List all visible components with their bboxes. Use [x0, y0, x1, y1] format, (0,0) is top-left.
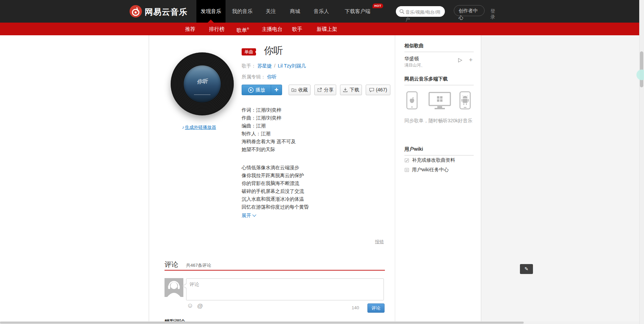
lyrics-line: 沉入水底和我逐渐冰冷的体温: [242, 195, 309, 203]
download-icon: [343, 87, 348, 92]
submit-comment-button[interactable]: 评论: [367, 303, 385, 313]
lyrics-line: 作词：江潮/刘奕梓: [242, 106, 296, 114]
wiki-item-label: 用户wiki任务中心: [412, 167, 449, 173]
music-note-icon: ♪: [182, 125, 184, 130]
artist-link-1[interactable]: 苏星婕: [257, 63, 272, 68]
nav-item-download-client[interactable]: 下载客户端: [345, 0, 370, 23]
main-sidebar-divider: [395, 35, 395, 324]
page-background-right: [481, 35, 639, 324]
comment-count-label: (467): [376, 85, 387, 95]
logo-note-glyph: [130, 5, 142, 17]
single-badge: 单曲: [242, 48, 256, 55]
favorite-label: 收藏: [298, 85, 308, 95]
lyrics-line: 她望不到的天际: [242, 146, 296, 153]
expand-lyrics-link[interactable]: 展开: [242, 213, 256, 219]
subnav-item-recommend[interactable]: 推荐: [185, 23, 195, 35]
outchain-player-label: 生成外链播放器: [185, 125, 216, 130]
album-link[interactable]: 你听: [267, 74, 277, 79]
mention-icon[interactable]: @: [197, 303, 203, 310]
search-placeholder: 音乐/视频/电台/用户: [405, 9, 444, 23]
wiki-item-edit-song-info[interactable]: 补充或修改歌曲资料: [404, 157, 455, 163]
hot-badge: HOT: [373, 3, 383, 8]
similar-song-play-icon[interactable]: [458, 58, 462, 64]
lyrics-line: 制作人：江潮: [242, 130, 296, 138]
comment-count-button[interactable]: (467): [366, 85, 390, 95]
artist-label: 歌手：: [242, 63, 256, 68]
lyrics-line: 像你我拉开距离脱离云的保护: [242, 172, 309, 179]
subnav-item-radio[interactable]: 主播电台: [262, 23, 282, 35]
subnav-item-playlist[interactable]: 歌单®: [236, 23, 249, 35]
subnav-item-artist[interactable]: 歌手: [292, 23, 302, 35]
pc-download-icon[interactable]: [428, 92, 451, 111]
download-button[interactable]: 下载: [340, 85, 362, 95]
comment-bubble-icon: [369, 87, 374, 92]
album-cover-caption-line: [194, 95, 210, 95]
nav-item-musician[interactable]: 音乐人: [314, 0, 329, 23]
netease-logo-icon[interactable]: [130, 5, 142, 17]
content-border-right: [481, 35, 481, 324]
play-circle-icon: [248, 87, 254, 93]
android-download-icon[interactable]: [459, 91, 471, 111]
lyrics-line: 你的背影在我脑海不断漂流: [242, 179, 309, 187]
album-row: 所属专辑： 你听: [242, 74, 277, 80]
album-label: 所属专辑：: [242, 74, 266, 79]
report-error-link[interactable]: 报错: [375, 239, 384, 245]
comments-header: 评论 共467条评论: [165, 260, 385, 271]
artist-separator: /: [274, 63, 276, 68]
lyrics-line: 海鸥眷念着大海 遥不可及: [242, 138, 296, 146]
similar-song-name[interactable]: 华盛顿: [404, 56, 419, 62]
feedback-pencil-icon: ✎: [524, 266, 528, 272]
share-label: 分享: [324, 85, 333, 95]
lyrics-line: 回忆在游荡和你度过的每个黄昏: [242, 203, 309, 211]
similar-song-artist[interactable]: 满目山河、: [404, 62, 425, 68]
similar-songs-title: 相似歌曲: [404, 43, 474, 52]
char-counter: 140: [352, 305, 359, 310]
emoji-icon[interactable]: ☺: [187, 302, 193, 309]
list-doc-icon: [404, 167, 409, 172]
registered-mark: ®: [247, 27, 249, 30]
vertical-scrollbar-track[interactable]: [639, 0, 644, 324]
user-wiki-title: 用户wiki: [404, 146, 474, 155]
search-icon: [399, 9, 404, 14]
play-button[interactable]: 播放: [242, 85, 271, 95]
comments-title: 评论: [165, 261, 178, 268]
login-link[interactable]: 登录: [490, 8, 496, 20]
lyrics-line: 作曲：江潮/刘奕梓: [242, 114, 296, 122]
content-border-left: [149, 35, 149, 324]
expand-label: 展开: [242, 213, 251, 218]
nav-item-my-music[interactable]: 我的音乐: [232, 0, 253, 23]
nav-item-follow[interactable]: 关注: [266, 0, 276, 23]
similar-song-add-icon[interactable]: +: [469, 56, 473, 64]
download-label: 下载: [350, 85, 359, 95]
play-label: 播放: [256, 85, 265, 95]
creator-center-label: 创作者中心: [459, 7, 480, 21]
horizontal-scrollbar-thumb[interactable]: [0, 322, 524, 324]
lyrics-line: 破碎的手机屏幕之后没了交流: [242, 187, 309, 195]
wiki-item-task-center[interactable]: 用户wiki任务中心: [404, 167, 449, 173]
user-headphones-icon: [165, 278, 183, 297]
page: 网易云音乐 发现音乐 我的音乐 关注 商城 音乐人 下载客户端 HOT 音乐/视…: [0, 0, 644, 324]
song-title: 你听: [264, 44, 283, 57]
multi-download-title: 网易云音乐多端下载: [404, 76, 474, 85]
outchain-player-link[interactable]: ♪生成外链播放器: [182, 124, 216, 130]
folder-add-icon: [291, 87, 296, 92]
active-tab-caret: [208, 20, 214, 23]
iphone-download-icon[interactable]: [406, 91, 418, 111]
subnav-item-ranking[interactable]: 排行榜: [209, 23, 224, 35]
add-to-playlist-button[interactable]: +: [271, 85, 282, 95]
lyrics-verse: 心情低落像水滴在云端漫步 像你我拉开距离脱离云的保护 你的背影在我脑海不断漂流 …: [242, 164, 309, 211]
share-icon: [317, 87, 322, 92]
lyrics-credits: 作词：江潮/刘奕梓 作曲：江潮/刘奕梓 编曲：江潮 制作人：江潮 海鸥眷念着大海…: [242, 106, 296, 153]
favorite-button[interactable]: 收藏: [289, 85, 311, 95]
brand-title: 网易云音乐: [145, 7, 187, 17]
artist-row: 歌手： 苏星婕 / Lil Tzy刘踢几: [242, 63, 306, 69]
artist-link-2[interactable]: Lil Tzy刘踢几: [278, 63, 306, 68]
share-button[interactable]: 分享: [314, 85, 336, 95]
comment-input[interactable]: [186, 278, 384, 300]
lyrics-line: 心情低落像水滴在云端漫步: [242, 164, 309, 172]
subnav-item-new-albums[interactable]: 新碟上架: [317, 23, 337, 35]
nav-item-mall[interactable]: 商城: [290, 0, 300, 23]
multi-download-desc: 同步歌单，随时畅听320k好音乐: [404, 117, 476, 124]
lyrics-line: 编曲：江潮: [242, 122, 296, 130]
feedback-widget-button[interactable]: ✎: [520, 264, 533, 274]
